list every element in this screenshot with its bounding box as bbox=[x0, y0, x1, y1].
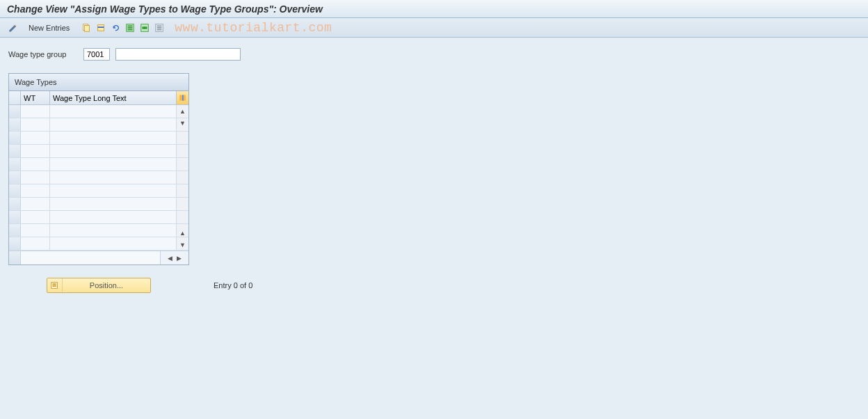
position-icon bbox=[47, 278, 63, 292]
grid-column-wt[interactable]: WT bbox=[21, 91, 50, 104]
delete-icon[interactable] bbox=[95, 22, 107, 34]
h-scroll-track[interactable] bbox=[21, 251, 161, 264]
position-button-label: Position... bbox=[63, 281, 150, 290]
grid-column-long-text[interactable]: Wage Type Long Text bbox=[50, 91, 177, 104]
select-all-icon[interactable] bbox=[124, 22, 136, 34]
watermark: www.tutorialkart.com bbox=[175, 21, 332, 35]
scroll-up-icon[interactable]: ▲ bbox=[177, 227, 188, 239]
row-selector[interactable] bbox=[9, 105, 21, 118]
table-row bbox=[9, 237, 188, 251]
grid-select-all-column[interactable] bbox=[9, 91, 21, 104]
svg-rect-19 bbox=[52, 285, 56, 287]
svg-rect-11 bbox=[157, 25, 162, 26]
cell-long-text[interactable] bbox=[50, 211, 177, 223]
row-selector[interactable] bbox=[9, 198, 21, 210]
scroll-down-icon[interactable]: ▼ bbox=[177, 117, 188, 129]
cell-long-text[interactable] bbox=[50, 198, 177, 210]
cell-wt[interactable] bbox=[21, 145, 50, 157]
cell-wt[interactable] bbox=[21, 198, 50, 210]
cell-wt[interactable] bbox=[21, 237, 50, 250]
cell-long-text[interactable] bbox=[50, 171, 177, 184]
row-selector[interactable] bbox=[9, 184, 21, 197]
cell-long-text[interactable] bbox=[50, 184, 177, 197]
row-selector[interactable] bbox=[9, 211, 21, 223]
row-selector[interactable] bbox=[9, 171, 21, 184]
scroll-down-icon[interactable]: ▼ bbox=[177, 239, 188, 251]
entry-status-text: Entry 0 of 0 bbox=[214, 281, 252, 290]
v-scroll-track bbox=[177, 184, 188, 197]
table-row bbox=[9, 145, 188, 158]
cell-long-text[interactable] bbox=[50, 158, 177, 171]
v-scroll-track bbox=[177, 198, 188, 210]
cell-long-text[interactable] bbox=[50, 118, 177, 131]
v-scroll-track bbox=[177, 171, 188, 184]
cell-wt[interactable] bbox=[21, 211, 50, 223]
v-scroll-track bbox=[177, 145, 188, 157]
select-block-icon[interactable] bbox=[138, 22, 151, 34]
table-row bbox=[9, 224, 188, 237]
cell-wt[interactable] bbox=[21, 184, 50, 197]
row-selector[interactable] bbox=[9, 237, 21, 250]
scroll-up-icon[interactable]: ▲ bbox=[177, 105, 188, 117]
cell-wt[interactable] bbox=[21, 132, 50, 144]
grid-horizontal-scroll: ◀ ▶ bbox=[9, 251, 188, 264]
cell-wt[interactable] bbox=[21, 158, 50, 171]
cell-long-text[interactable] bbox=[50, 132, 177, 144]
title-bar: Change View "Assign Wage Types to Wage T… bbox=[0, 0, 868, 18]
svg-rect-12 bbox=[157, 27, 162, 29]
v-scroll-track bbox=[177, 158, 188, 171]
svg-rect-6 bbox=[128, 27, 133, 29]
row-selector[interactable] bbox=[9, 224, 21, 237]
v-scroll-track bbox=[177, 211, 188, 223]
row-selector[interactable] bbox=[9, 158, 21, 171]
row-selector[interactable] bbox=[9, 132, 21, 144]
cell-wt[interactable] bbox=[21, 224, 50, 237]
footer-row: Position... Entry 0 of 0 bbox=[47, 278, 860, 293]
svg-rect-13 bbox=[157, 29, 162, 30]
toggle-change-icon[interactable] bbox=[7, 22, 19, 34]
content-area: Wage type group Wage Types WT Wage Type … bbox=[0, 38, 868, 303]
wage-type-group-desc-input[interactable] bbox=[115, 48, 241, 61]
copy-as-icon[interactable] bbox=[80, 22, 93, 34]
grid-title: Wage Types bbox=[9, 74, 188, 91]
svg-rect-18 bbox=[52, 283, 56, 285]
table-row bbox=[9, 132, 188, 145]
cell-long-text[interactable] bbox=[50, 237, 177, 250]
new-entries-button[interactable]: New Entries bbox=[23, 22, 75, 33]
wage-type-group-label: Wage type group bbox=[8, 50, 78, 58]
application-toolbar: New Entries www.tutorialkart.com bbox=[0, 18, 868, 38]
cell-wt[interactable] bbox=[21, 118, 50, 131]
wage-type-group-input[interactable] bbox=[83, 48, 110, 61]
svg-rect-9 bbox=[143, 26, 147, 29]
v-scroll-track bbox=[177, 132, 188, 144]
wage-type-group-row: Wage type group bbox=[8, 48, 860, 61]
svg-rect-16 bbox=[184, 95, 186, 100]
deselect-all-icon[interactable] bbox=[153, 22, 166, 34]
cell-wt[interactable] bbox=[21, 105, 50, 118]
grid-column-header-row: WT Wage Type Long Text bbox=[9, 91, 188, 105]
wage-types-grid: Wage Types WT Wage Type Long Text ▲▼▲▼ ◀… bbox=[8, 73, 189, 265]
configure-columns-icon[interactable] bbox=[177, 91, 188, 104]
page-title: Change View "Assign Wage Types to Wage T… bbox=[7, 3, 323, 15]
grid-body: ▲▼▲▼ bbox=[9, 105, 188, 251]
table-row bbox=[9, 198, 188, 211]
table-row bbox=[9, 105, 188, 118]
cell-wt[interactable] bbox=[21, 171, 50, 184]
scroll-left-icon[interactable]: ◀ bbox=[166, 255, 174, 262]
cell-long-text[interactable] bbox=[50, 105, 177, 118]
table-row bbox=[9, 158, 188, 171]
svg-rect-1 bbox=[85, 25, 90, 31]
position-button[interactable]: Position... bbox=[47, 278, 151, 293]
grid-footer-corner bbox=[9, 251, 21, 264]
table-row bbox=[9, 184, 188, 198]
scroll-right-icon[interactable]: ▶ bbox=[175, 255, 183, 262]
undo-icon[interactable] bbox=[109, 22, 122, 34]
table-row bbox=[9, 118, 188, 132]
cell-long-text[interactable] bbox=[50, 224, 177, 237]
row-selector[interactable] bbox=[9, 118, 21, 131]
row-selector[interactable] bbox=[9, 145, 21, 157]
table-row bbox=[9, 211, 188, 224]
cell-long-text[interactable] bbox=[50, 145, 177, 157]
svg-rect-15 bbox=[182, 95, 184, 100]
svg-rect-7 bbox=[128, 29, 133, 30]
